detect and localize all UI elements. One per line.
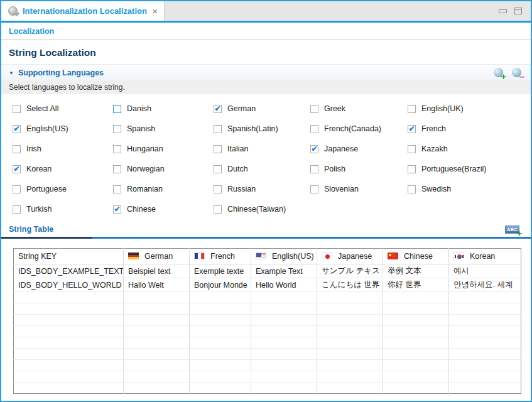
checkbox-unchecked-icon[interactable] bbox=[13, 105, 21, 113]
language-checkbox-item[interactable]: English(UK) bbox=[408, 104, 531, 114]
column-header-english-us-[interactable]: English(US) bbox=[251, 249, 317, 264]
checkbox-unchecked-icon[interactable] bbox=[214, 165, 222, 173]
checkbox-unchecked-icon[interactable] bbox=[113, 165, 121, 173]
column-header-korean[interactable]: Korean bbox=[449, 249, 521, 264]
empty-table-cell[interactable] bbox=[317, 349, 383, 360]
checkbox-checked-icon[interactable] bbox=[310, 145, 318, 153]
table-cell[interactable]: Example Text bbox=[251, 264, 317, 278]
checkbox-unchecked-icon[interactable] bbox=[113, 185, 121, 193]
table-cell[interactable]: Hallo Welt bbox=[124, 278, 190, 292]
checkbox-unchecked-icon[interactable] bbox=[214, 125, 222, 133]
empty-table-cell[interactable] bbox=[449, 371, 521, 383]
empty-table-cell[interactable] bbox=[317, 337, 383, 349]
checkbox-unchecked-icon[interactable] bbox=[310, 105, 318, 113]
empty-table-cell[interactable] bbox=[14, 315, 124, 326]
empty-table-cell[interactable] bbox=[449, 337, 521, 349]
empty-table-cell[interactable] bbox=[190, 303, 251, 315]
language-checkbox-item[interactable]: Danish bbox=[113, 104, 214, 114]
empty-table-cell[interactable] bbox=[124, 292, 190, 303]
language-checkbox-item[interactable]: Japanese bbox=[310, 144, 408, 154]
language-checkbox-item[interactable]: Greek bbox=[310, 104, 408, 114]
checkbox-unchecked-icon[interactable] bbox=[113, 105, 121, 113]
checkbox-unchecked-icon[interactable] bbox=[113, 145, 121, 153]
table-cell[interactable]: Hello World bbox=[251, 278, 317, 292]
checkbox-unchecked-icon[interactable] bbox=[214, 205, 222, 214]
checkbox-unchecked-icon[interactable] bbox=[408, 105, 416, 113]
empty-table-cell[interactable] bbox=[449, 360, 521, 371]
empty-table-cell[interactable] bbox=[14, 337, 124, 349]
empty-table-cell[interactable] bbox=[317, 383, 383, 394]
empty-table-cell[interactable] bbox=[190, 360, 251, 371]
language-checkbox-item[interactable]: Polish bbox=[310, 164, 408, 174]
empty-table-cell[interactable] bbox=[14, 371, 124, 383]
empty-table-cell[interactable] bbox=[124, 360, 190, 371]
language-checkbox-item[interactable]: Swedish bbox=[408, 184, 531, 194]
language-checkbox-item[interactable]: Hungarian bbox=[113, 144, 214, 154]
column-header-chinese[interactable]: Chinese bbox=[383, 249, 449, 264]
empty-table-cell[interactable] bbox=[317, 371, 383, 383]
checkbox-checked-icon[interactable] bbox=[113, 205, 121, 214]
table-cell[interactable]: 举例 文本 bbox=[383, 264, 449, 278]
empty-table-cell[interactable] bbox=[383, 303, 449, 315]
table-cell[interactable]: IDS_BODY_HELLO_WORLD bbox=[14, 278, 124, 292]
column-header-german[interactable]: German bbox=[124, 249, 190, 264]
empty-table-cell[interactable] bbox=[251, 326, 317, 337]
language-checkbox-item[interactable]: Italian bbox=[214, 144, 310, 154]
language-checkbox-item[interactable]: Portuguese bbox=[13, 184, 113, 194]
empty-table-cell[interactable] bbox=[124, 349, 190, 360]
language-checkbox-item[interactable]: Select All bbox=[13, 104, 113, 114]
checkbox-unchecked-icon[interactable] bbox=[13, 185, 21, 193]
language-checkbox-item[interactable]: Russian bbox=[214, 184, 310, 194]
table-cell[interactable]: Exemple texte bbox=[190, 264, 251, 278]
checkbox-unchecked-icon[interactable] bbox=[408, 145, 416, 153]
empty-table-cell[interactable] bbox=[317, 292, 383, 303]
table-cell[interactable]: 예시 bbox=[449, 264, 521, 278]
empty-table-cell[interactable] bbox=[383, 326, 449, 337]
empty-table-cell[interactable] bbox=[383, 371, 449, 383]
table-cell[interactable]: 안녕하세요. 세계 bbox=[449, 278, 521, 292]
checkbox-unchecked-icon[interactable] bbox=[408, 185, 416, 193]
maximize-icon[interactable] bbox=[514, 8, 522, 14]
empty-table-cell[interactable] bbox=[449, 349, 521, 360]
empty-table-cell[interactable] bbox=[449, 292, 521, 303]
empty-table-cell[interactable] bbox=[317, 326, 383, 337]
empty-table-cell[interactable] bbox=[251, 337, 317, 349]
tab-internationalization-localization[interactable]: Internationalization Localization × bbox=[1, 1, 165, 21]
empty-table-cell[interactable] bbox=[190, 337, 251, 349]
empty-table-cell[interactable] bbox=[317, 315, 383, 326]
empty-table-cell[interactable] bbox=[14, 303, 124, 315]
add-string-icon[interactable]: ABC bbox=[505, 225, 519, 234]
empty-table-cell[interactable] bbox=[383, 383, 449, 394]
checkbox-unchecked-icon[interactable] bbox=[310, 165, 318, 173]
language-checkbox-item[interactable]: Spanish(Latin) bbox=[214, 124, 310, 134]
remove-language-icon[interactable] bbox=[512, 68, 521, 77]
empty-table-cell[interactable] bbox=[124, 315, 190, 326]
table-cell[interactable]: サンプル テキスト bbox=[317, 264, 383, 278]
empty-table-cell[interactable] bbox=[190, 315, 251, 326]
empty-table-cell[interactable] bbox=[449, 315, 521, 326]
language-checkbox-item[interactable]: English(US) bbox=[13, 124, 113, 134]
language-checkbox-item[interactable]: Turkish bbox=[13, 204, 113, 214]
empty-table-cell[interactable] bbox=[124, 371, 190, 383]
empty-table-cell[interactable] bbox=[14, 349, 124, 360]
empty-table-cell[interactable] bbox=[383, 315, 449, 326]
language-checkbox-item[interactable]: French bbox=[408, 124, 531, 134]
checkbox-unchecked-icon[interactable] bbox=[13, 205, 21, 214]
checkbox-checked-icon[interactable] bbox=[214, 105, 222, 113]
empty-table-cell[interactable] bbox=[190, 371, 251, 383]
checkbox-checked-icon[interactable] bbox=[408, 125, 416, 133]
checkbox-unchecked-icon[interactable] bbox=[214, 145, 222, 153]
table-cell[interactable]: こんにちは 世界 bbox=[317, 278, 383, 292]
collapse-arrow-icon[interactable] bbox=[9, 69, 14, 76]
empty-table-cell[interactable] bbox=[190, 383, 251, 394]
language-checkbox-item[interactable]: Slovenian bbox=[310, 184, 408, 194]
language-checkbox-item[interactable]: French(Canada) bbox=[310, 124, 408, 134]
empty-table-cell[interactable] bbox=[251, 315, 317, 326]
column-header-string-key[interactable]: String KEY bbox=[14, 249, 124, 264]
empty-table-cell[interactable] bbox=[14, 326, 124, 337]
empty-table-cell[interactable] bbox=[383, 292, 449, 303]
empty-table-cell[interactable] bbox=[124, 337, 190, 349]
language-checkbox-item[interactable]: Kazakh bbox=[408, 144, 531, 154]
language-checkbox-item[interactable]: Romanian bbox=[113, 184, 214, 194]
empty-table-cell[interactable] bbox=[14, 360, 124, 371]
